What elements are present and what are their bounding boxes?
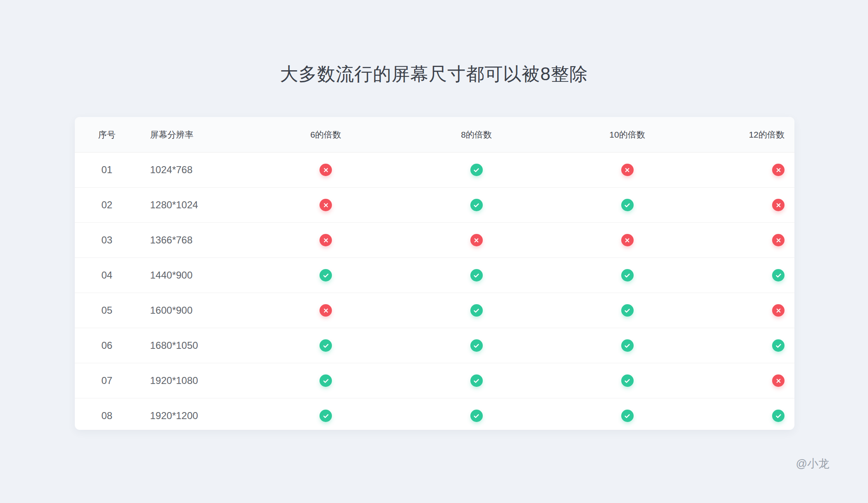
check-icon <box>473 377 480 384</box>
status-cell <box>250 164 401 176</box>
status-cell <box>703 339 794 352</box>
cross-icon <box>323 202 329 208</box>
fail-badge <box>470 234 483 246</box>
row-resolution: 1920*1200 <box>139 410 250 422</box>
status-cell <box>250 269 401 281</box>
column-header-multiple-of-12: 12的倍数 <box>703 129 794 141</box>
status-cell <box>703 234 794 246</box>
status-cell <box>703 410 794 422</box>
cross-icon <box>624 167 630 173</box>
resolution-table: 序号 屏幕分辨率 6的倍数 8的倍数 10的倍数 12的倍数 01 1024*7… <box>75 117 794 430</box>
table-row: 03 1366*768 <box>75 222 794 257</box>
check-icon <box>775 412 782 420</box>
check-icon <box>624 377 631 384</box>
row-resolution: 1680*1050 <box>139 340 250 351</box>
pass-badge <box>470 410 483 422</box>
watermark: @小龙 <box>796 456 830 471</box>
status-cell <box>552 374 703 387</box>
row-resolution: 1280*1024 <box>139 199 250 211</box>
status-cell <box>250 339 401 352</box>
cross-icon <box>775 202 782 208</box>
status-cell <box>552 234 703 246</box>
status-cell <box>552 410 703 422</box>
check-icon <box>775 272 782 279</box>
status-cell <box>552 164 703 176</box>
status-cell <box>250 199 401 211</box>
fail-badge <box>320 234 332 246</box>
row-index: 04 <box>75 269 139 281</box>
row-index: 07 <box>75 375 139 386</box>
status-cell <box>401 199 552 211</box>
check-icon <box>473 272 480 279</box>
cross-icon <box>775 167 782 173</box>
status-cell <box>401 304 552 317</box>
check-icon <box>624 412 631 420</box>
check-icon <box>624 307 631 314</box>
column-header-multiple-of-10: 10的倍数 <box>552 129 703 141</box>
row-resolution: 1024*768 <box>139 164 250 176</box>
pass-badge <box>621 339 634 352</box>
check-icon <box>473 342 480 349</box>
status-cell <box>401 339 552 352</box>
fail-badge <box>320 199 332 211</box>
status-cell <box>552 339 703 352</box>
fail-badge <box>772 374 785 387</box>
status-cell <box>401 164 552 176</box>
table-body: 01 1024*768 02 1280*1024 03 1366*768 04 … <box>75 153 794 430</box>
page-title: 大多数流行的屏幕尺寸都可以被8整除 <box>0 62 868 86</box>
table-row: 04 1440*900 <box>75 257 794 293</box>
fail-badge <box>320 164 332 176</box>
row-resolution: 1440*900 <box>139 269 250 281</box>
check-icon <box>775 342 782 349</box>
check-icon <box>624 202 631 209</box>
column-header-multiple-of-6: 6的倍数 <box>250 129 401 141</box>
pass-badge <box>320 269 332 281</box>
status-cell <box>703 374 794 387</box>
status-cell <box>401 374 552 387</box>
status-cell <box>703 269 794 281</box>
pass-badge <box>772 269 785 281</box>
cross-icon <box>624 237 630 243</box>
fail-badge <box>772 304 785 317</box>
status-cell <box>250 410 401 422</box>
pass-badge <box>621 374 634 387</box>
fail-badge <box>772 164 785 176</box>
row-index: 01 <box>75 164 139 176</box>
row-resolution: 1600*900 <box>139 305 250 316</box>
status-cell <box>401 410 552 422</box>
pass-badge <box>470 339 483 352</box>
cross-icon <box>323 167 329 173</box>
cross-icon <box>323 237 329 243</box>
status-cell <box>703 304 794 317</box>
row-resolution: 1920*1080 <box>139 375 250 386</box>
row-index: 05 <box>75 305 139 316</box>
fail-badge <box>772 234 785 246</box>
table-row: 08 1920*1200 <box>75 398 794 430</box>
table-row: 05 1600*900 <box>75 293 794 328</box>
pass-badge <box>320 374 332 387</box>
pass-badge <box>470 199 483 211</box>
check-icon <box>473 307 480 314</box>
check-icon <box>624 272 631 279</box>
pass-badge <box>621 410 634 422</box>
pass-badge <box>470 164 483 176</box>
column-header-multiple-of-8: 8的倍数 <box>401 129 552 141</box>
row-resolution: 1366*768 <box>139 234 250 246</box>
table-header-row: 序号 屏幕分辨率 6的倍数 8的倍数 10的倍数 12的倍数 <box>75 117 794 153</box>
check-icon <box>624 342 631 349</box>
cross-icon <box>775 308 782 314</box>
row-index: 08 <box>75 410 139 422</box>
table-row: 02 1280*1024 <box>75 187 794 222</box>
pass-badge <box>470 269 483 281</box>
check-icon <box>322 342 329 349</box>
fail-badge <box>621 234 634 246</box>
check-icon <box>473 167 480 174</box>
check-icon <box>322 272 329 279</box>
status-cell <box>552 199 703 211</box>
status-cell <box>250 234 401 246</box>
pass-badge <box>772 410 785 422</box>
pass-badge <box>470 374 483 387</box>
pass-badge <box>621 269 634 281</box>
cross-icon <box>775 378 782 384</box>
pass-badge <box>772 339 785 352</box>
